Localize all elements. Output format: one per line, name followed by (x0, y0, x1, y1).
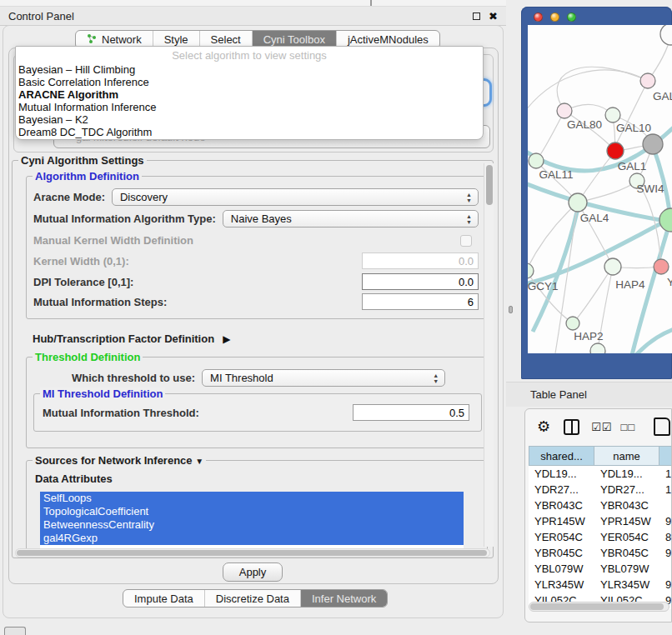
network-node-gal4[interactable] (569, 193, 587, 212)
gear-icon[interactable]: ⚙ (537, 418, 550, 436)
table-panel-title: Table Panel (530, 388, 587, 401)
network-node-gal10[interactable] (605, 108, 620, 122)
algorithm-option[interactable]: Mutual Information Inference (16, 101, 483, 113)
minimized-panel-button[interactable] (4, 627, 26, 635)
mi-steps-field[interactable]: 6 (362, 293, 479, 310)
kernel-width-field[interactable]: 0.0 (362, 252, 479, 269)
algorithm-list: Bayesian – Hill ClimbingBasic Correlatio… (16, 63, 483, 138)
network-node[interactable] (660, 25, 672, 45)
hub-definition-expander[interactable]: Hub/Transcription Factor Definition ▶ (33, 332, 477, 345)
algorithm-option[interactable]: Dream8 DC_TDC Algorithm (16, 126, 483, 138)
dpi-tolerance-label: DPI Tolerance [0,1]: (33, 276, 133, 288)
network-nodes[interactable]: GALGAL80GAL10GAL1GAL11SWI4GAL4GCY1HAP4YH… (528, 25, 672, 353)
attribute-list-item[interactable]: gal4RGexp (40, 532, 464, 545)
node-label: GAL11 (539, 168, 573, 181)
minimize-window-icon[interactable] (550, 12, 559, 22)
apply-button[interactable]: Apply (223, 562, 283, 582)
table-cell (659, 498, 672, 513)
table-row[interactable]: YBR043CYBR043C (529, 498, 672, 513)
window-edge-tick (370, 0, 372, 6)
tab-discretize-data[interactable]: Discretize Data (205, 590, 301, 607)
attribute-list-item[interactable]: BetweennessCentrality (40, 518, 464, 532)
table-column-header[interactable]: shared... (529, 446, 594, 466)
table-cell: YDR27... (529, 482, 594, 498)
mi-threshold-field[interactable]: 0.5 (353, 404, 469, 421)
network-icon (87, 33, 97, 46)
new-table-icon[interactable] (654, 418, 670, 436)
threshold-definition-group: Threshold Definition Which threshold to … (26, 357, 486, 448)
table-column-header[interactable] (659, 446, 672, 466)
float-panel-icon[interactable] (473, 12, 480, 20)
split-columns-icon[interactable] (564, 419, 579, 435)
tab-style-label: Style (164, 33, 188, 46)
algorithm-dropdown-list: Select algorithm to view settings Bayesi… (15, 46, 484, 140)
select-all-checkboxes-icon[interactable]: ☑☑ (591, 421, 612, 433)
which-threshold-label: Which threshold to use: (72, 372, 195, 384)
network-node-hap4[interactable] (604, 258, 621, 275)
settings-horizontal-scrollbar[interactable] (15, 548, 490, 558)
attribute-list-item[interactable]: SelfLoops (40, 492, 464, 505)
algorithm-option[interactable]: Basic Correlation Inference (16, 76, 483, 88)
network-node[interactable] (643, 134, 663, 154)
expander-right-arrow-icon: ▶ (223, 333, 230, 345)
table-row[interactable]: YDR27...YDR27...12 (529, 482, 672, 498)
sources-title[interactable]: Sources for Network Inference ▼ (33, 454, 206, 467)
node-attribute-table[interactable]: shared...name YDL19...YDL19...13YDR27...… (529, 446, 672, 609)
network-node-gcy1[interactable] (528, 263, 534, 278)
mi-threshold-definition-group: MI Threshold Definition Mutual Informati… (33, 393, 482, 432)
table-cell: YBR043C (594, 498, 659, 513)
tab-infer-network[interactable]: Infer Network (301, 590, 387, 607)
which-threshold-combobox[interactable]: MI Threshold ▲▼ (202, 369, 445, 387)
aracne-mode-combobox[interactable]: Discovery ▲▼ (112, 188, 479, 206)
table-row[interactable]: YDL19...YDL19...13 (529, 466, 672, 482)
table-cell: YLR345W (529, 577, 594, 592)
settings-vertical-scrollbar[interactable] (484, 163, 494, 547)
tab-impute-data[interactable]: Impute Data (123, 590, 205, 607)
kernel-width-value: 0.0 (459, 255, 474, 268)
dpi-tolerance-field[interactable]: 0.0 (362, 273, 479, 290)
table-cell: YLR345W (594, 577, 659, 592)
close-panel-icon[interactable]: ✖ (489, 11, 498, 22)
table-header-row: shared...name (529, 446, 672, 466)
data-attributes-list[interactable]: SelfLoopsTopologicalCoefficientBetweenne… (40, 492, 464, 550)
node-label: GAL80 (567, 118, 602, 131)
network-node-gal[interactable] (640, 73, 655, 88)
cyni-algorithm-settings-group: Cyni Algorithm Settings Algorithm Defini… (12, 160, 494, 558)
table-cell: YER054C (594, 529, 659, 545)
network-node-hap2[interactable] (566, 317, 579, 330)
deselect-checkboxes-icon[interactable]: □□ (620, 421, 635, 433)
table-row[interactable]: YER054CYER054C8. (529, 529, 672, 545)
table-column-header[interactable]: name (594, 446, 659, 466)
table-horizontal-scrollbar[interactable] (529, 602, 669, 612)
panel-splitter-handle[interactable] (509, 306, 513, 313)
network-node-y[interactable] (654, 259, 669, 274)
network-node[interactable] (659, 208, 672, 232)
network-canvas[interactable]: GALGAL80GAL10GAL1GAL11SWI4GAL4GCY1HAP4YH… (528, 25, 672, 353)
algorithm-option[interactable]: Bayesian – Hill Climbing (16, 63, 483, 76)
mi-algorithm-type-value: Naive Bayes (231, 212, 292, 225)
attribute-list-item[interactable]: TopologicalCoefficient (40, 505, 464, 518)
network-node[interactable] (590, 343, 605, 353)
mi-algorithm-type-combobox[interactable]: Naive Bayes ▲▼ (223, 210, 479, 228)
node-label: GAL4 (580, 212, 609, 224)
combo-arrows-icon: ▲▼ (466, 213, 472, 225)
zoom-window-icon[interactable] (567, 12, 576, 22)
mi-threshold-label: Mutual Information Threshold: (43, 407, 199, 419)
network-node-gal11[interactable] (529, 153, 544, 168)
network-node-gal1[interactable] (607, 142, 624, 159)
table-cell: YBL079W (594, 561, 659, 577)
manual-kernel-width-checkbox[interactable] (460, 235, 472, 247)
table-cell: YDL19... (594, 466, 659, 482)
manual-kernel-width-label: Manual Kernel Width Definition (33, 234, 193, 247)
mi-steps-value: 6 (468, 296, 474, 308)
algorithm-option[interactable]: Bayesian – K2 (16, 113, 483, 126)
algorithm-option[interactable]: ARACNE Algorithm (16, 88, 483, 101)
table-row[interactable]: YLR345WYLR345W9. (529, 577, 672, 592)
close-window-icon[interactable] (534, 12, 543, 22)
table-row[interactable]: YBR045CYBR045C9. (529, 545, 672, 561)
network-node-gal80[interactable] (557, 103, 572, 118)
table-row[interactable]: YPR145WYPR145W9. (529, 513, 672, 529)
tab-discretize-data-label: Discretize Data (216, 592, 289, 605)
table-row[interactable]: YBL079WYBL079W (529, 561, 672, 577)
table-cell: 8. (659, 529, 672, 545)
